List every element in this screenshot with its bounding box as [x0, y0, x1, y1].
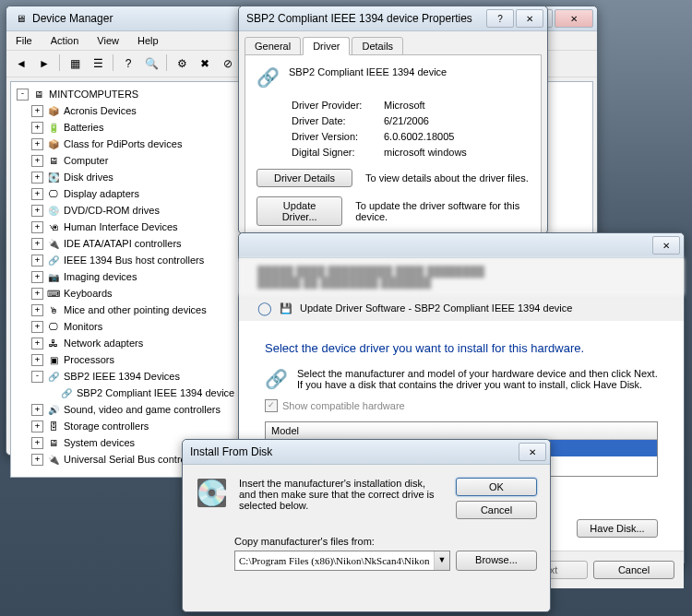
device-icon: 🔗	[257, 66, 280, 89]
forward-button[interactable]: ►	[33, 53, 55, 75]
update-driver-button[interactable]: ⚙	[171, 53, 193, 75]
properties-button[interactable]: ☰	[87, 53, 109, 75]
category-icon: 📷	[46, 270, 61, 283]
expand-icon[interactable]: +	[31, 155, 43, 167]
signer-label: Digital Signer:	[292, 147, 384, 158]
titlebar: SBP2 Compliant IEEE 1394 device Properti…	[239, 6, 547, 31]
titlebar: ✕	[239, 233, 684, 258]
device-name: SBP2 Compliant IEEE 1394 device	[289, 66, 447, 89]
expand-icon[interactable]: +	[31, 271, 43, 283]
expand-icon[interactable]: +	[31, 255, 43, 267]
tree-node-label: Computer	[64, 155, 108, 166]
show-hide-tree-button[interactable]: ▦	[64, 53, 86, 75]
expand-icon[interactable]: +	[31, 354, 43, 366]
close-button[interactable]: ✕	[555, 9, 593, 28]
tree-node-label: Batteries	[64, 122, 103, 133]
disabled-back-region: █████ ████ █████████ ████ ██████████████…	[239, 258, 684, 295]
tab-details[interactable]: Details	[352, 37, 403, 55]
category-icon: 🗄	[46, 420, 61, 432]
path-input[interactable]	[235, 551, 434, 570]
menu-view[interactable]: View	[93, 33, 123, 48]
category-icon: ▣	[46, 353, 61, 366]
help-button[interactable]: ?	[486, 9, 514, 28]
version-label: Driver Version:	[292, 131, 384, 142]
version-value: 6.0.6002.18005	[384, 131, 454, 142]
expand-icon[interactable]: +	[31, 105, 43, 117]
driver-details-desc: To view details about the driver files.	[365, 172, 529, 184]
expand-icon[interactable]: +	[31, 454, 43, 466]
path-combobox[interactable]: ▼	[234, 551, 450, 571]
browse-button[interactable]: Browse...	[456, 551, 537, 571]
expand-icon[interactable]: +	[31, 122, 43, 134]
date-label: Driver Date:	[292, 115, 384, 126]
show-compatible-checkbox[interactable]: ✓ Show compatible hardware	[265, 399, 658, 412]
tree-node-label: Sound, video and game controllers	[64, 404, 221, 415]
tab-general[interactable]: General	[245, 37, 301, 55]
tree-node-label: Display adapters	[64, 188, 139, 199]
close-button[interactable]: ✕	[652, 236, 680, 255]
expand-icon[interactable]: +	[31, 421, 43, 432]
expand-icon[interactable]: -	[17, 89, 29, 101]
expand-icon[interactable]: +	[31, 238, 43, 250]
wizard-heading: Select the device driver you want to ins…	[265, 341, 658, 355]
checkbox-label: Show compatible hardware	[282, 400, 405, 411]
category-icon: 🔌	[46, 453, 61, 466]
disable-button[interactable]: ⊘	[217, 53, 239, 75]
window-title: SBP2 Compliant IEEE 1394 device Properti…	[246, 12, 486, 25]
expand-icon[interactable]: -	[31, 371, 43, 383]
update-driver-button[interactable]: Update Driver...	[257, 196, 342, 226]
expand-icon[interactable]: +	[31, 221, 43, 233]
window-title: Install From Disk	[190, 445, 519, 458]
tab-driver[interactable]: Driver	[303, 37, 350, 55]
expand-icon[interactable]: +	[31, 338, 43, 349]
tree-node-label: Class for PdiPorts devices	[64, 138, 182, 149]
scan-button[interactable]: 🔍	[140, 53, 162, 75]
expand-icon[interactable]: +	[31, 138, 43, 150]
expand-icon[interactable]: +	[31, 321, 43, 333]
dropdown-icon[interactable]: ▼	[434, 551, 449, 570]
help-button[interactable]: ?	[117, 53, 139, 75]
tree-node-label: Disk drives	[64, 172, 113, 183]
close-button[interactable]: ✕	[519, 443, 546, 461]
uninstall-button[interactable]: ✖	[194, 53, 216, 75]
expand-icon[interactable]: +	[31, 437, 43, 449]
category-icon: 🔌	[46, 237, 61, 250]
menu-action[interactable]: Action	[47, 33, 83, 48]
expand-icon[interactable]: +	[31, 188, 43, 200]
date-value: 6/21/2006	[384, 115, 429, 126]
menu-file[interactable]: File	[12, 33, 36, 48]
category-icon: 🔗	[46, 370, 61, 383]
close-button[interactable]: ✕	[516, 9, 543, 28]
tree-node-label: System devices	[64, 437, 135, 448]
category-icon: 💿	[46, 204, 61, 217]
ok-button[interactable]: OK	[456, 478, 537, 496]
cancel-button[interactable]: Cancel	[593, 561, 674, 579]
back-arrow-icon[interactable]: ◯	[257, 301, 272, 315]
category-icon: 🔊	[46, 403, 61, 416]
tree-node-label: Monitors	[64, 321, 102, 332]
have-disk-button[interactable]: Have Disk...	[577, 519, 658, 538]
menu-help[interactable]: Help	[134, 33, 162, 48]
signer-value: microsoft windows	[384, 147, 467, 158]
tree-node-label: DVD/CD-ROM drives	[64, 205, 160, 216]
app-icon: 🖥	[14, 12, 28, 26]
back-button[interactable]: ◄	[10, 53, 32, 75]
category-icon: 🖵	[46, 187, 61, 200]
titlebar: Install From Disk ✕	[183, 440, 550, 465]
category-icon: 💽	[46, 171, 61, 184]
properties-dialog: SBP2 Compliant IEEE 1394 device Properti…	[238, 6, 548, 234]
expand-icon[interactable]: +	[31, 172, 43, 184]
category-icon: 🖥	[46, 436, 61, 449]
expand-icon[interactable]: +	[31, 304, 43, 316]
drive-icon: 💾	[280, 302, 292, 314]
expand-icon[interactable]: +	[31, 205, 43, 217]
expand-icon[interactable]: +	[31, 288, 43, 300]
cancel-button[interactable]: Cancel	[456, 501, 537, 519]
expand-icon[interactable]: +	[31, 404, 43, 416]
wizard-instructions: Select the manufacturer and model of you…	[297, 368, 658, 390]
driver-details-button[interactable]: Driver Details	[257, 169, 352, 187]
category-icon: 🔗	[46, 254, 61, 267]
model-column-header[interactable]: Model	[266, 422, 657, 440]
tree-node-label: SBP2 IEEE 1394 Devices	[64, 371, 180, 382]
category-icon: 📦	[46, 137, 61, 150]
